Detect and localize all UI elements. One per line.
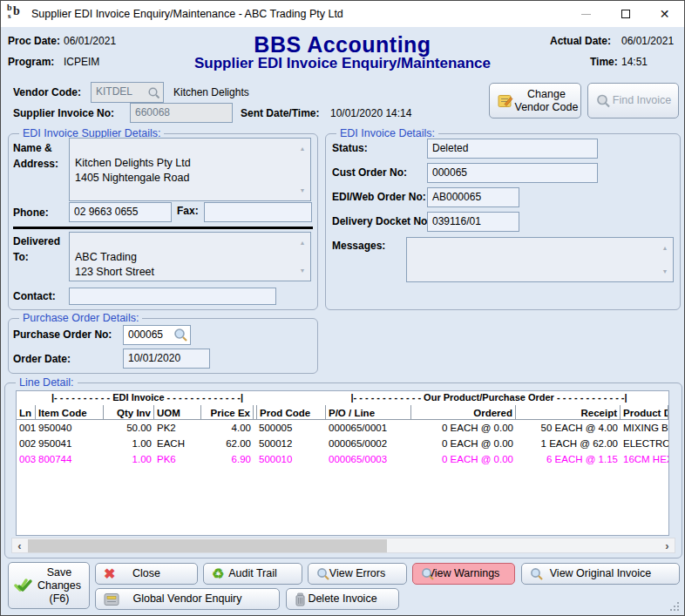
messages-textarea[interactable]: ▲▼ xyxy=(406,237,674,282)
scroll-right-icon[interactable]: › xyxy=(660,538,675,552)
col-price-ex: Price Ex xyxy=(201,405,254,419)
name-address-textarea[interactable]: Kitchen Delights Pty Ltd 1405 Nightengal… xyxy=(69,138,311,201)
edi-web-order-field[interactable]: AB000065 xyxy=(427,187,519,207)
search-icon xyxy=(596,93,611,108)
app-subtitle: Supplier EDI Invoice Enquiry/Maintenance xyxy=(1,55,684,72)
search-icon xyxy=(316,567,330,581)
our-product-group-header: |- - - - - - - - - - - - Our Product/Pur… xyxy=(311,392,667,403)
scroll-up-icon[interactable]: ▲ xyxy=(300,141,306,156)
col-product-desc: Product De xyxy=(621,405,668,419)
scroll-down-icon[interactable]: ▼ xyxy=(300,183,306,198)
delivered-to-label: Delivered To: xyxy=(13,234,60,265)
delivered-to-textarea[interactable]: ABC Trading 123 Short Street Smallville … xyxy=(69,232,311,281)
vendor-name-text: Kitchen Delights xyxy=(173,86,249,98)
vendor-code-label: Vendor Code: xyxy=(13,86,81,98)
vendor-code-field[interactable]: KITDEL xyxy=(91,82,164,103)
vendor-lookup-icon[interactable] xyxy=(147,86,160,99)
search-icon xyxy=(530,567,544,581)
view-errors-button[interactable]: View Errors xyxy=(308,563,407,585)
audit-trail-button[interactable]: ♻ Audit Trail xyxy=(203,563,302,585)
messages-label: Messages: xyxy=(332,240,385,252)
name-address-label: Name & Address: xyxy=(13,140,58,172)
note-pencil-icon xyxy=(498,93,514,108)
close-icon: ✕ xyxy=(660,8,670,20)
save-changes-button[interactable]: Save Changes (F6) xyxy=(8,562,90,609)
invoice-details-title: EDI Invoice Details: xyxy=(336,127,438,139)
bbs-app-icon: bbs xyxy=(7,5,24,23)
contact-field[interactable] xyxy=(69,288,276,305)
line-detail-table: |- - - - - - - - - - EDI Invoice - - - -… xyxy=(16,390,669,536)
cust-order-field[interactable]: 000065 xyxy=(427,163,598,183)
col-receipt: Receipt xyxy=(516,405,621,419)
line-detail-title: Line Detail: xyxy=(16,376,78,389)
minimize-button[interactable] xyxy=(566,1,606,27)
titlebar: bbs Supplier EDI Invoice Enquiry/Mainten… xyxy=(1,1,684,27)
edi-invoice-group-header: |- - - - - - - - - - EDI Invoice - - - -… xyxy=(34,392,261,403)
po-number-label: Purchase Order No: xyxy=(13,328,112,341)
delivery-docket-field[interactable]: 039116/01 xyxy=(427,212,519,232)
edi-web-order-label: EDI/Web Order No: xyxy=(332,191,426,203)
table-row-highlighted[interactable]: 0038007441.00PK66.90500010000065/00030 E… xyxy=(17,451,668,467)
scroll-down-icon[interactable]: ▼ xyxy=(662,264,668,279)
table-group-header: |- - - - - - - - - - EDI Invoice - - - -… xyxy=(17,391,668,405)
fax-field[interactable] xyxy=(204,202,312,222)
scroll-up-icon[interactable]: ▲ xyxy=(300,235,306,250)
time-label: Time: xyxy=(590,56,618,68)
minimize-icon xyxy=(581,14,591,15)
delivery-docket-label: Delivery Docket No: xyxy=(332,215,431,227)
col-item-code: Item Code xyxy=(36,405,104,419)
scroll-left-icon[interactable]: ‹ xyxy=(12,538,27,552)
view-warnings-button[interactable]: View Warnings xyxy=(412,563,515,585)
app-window: bbs Supplier EDI Invoice Enquiry/Mainten… xyxy=(0,0,685,616)
scroll-up-icon[interactable]: ▲ xyxy=(662,240,668,255)
close-window-button[interactable]: ✕ xyxy=(645,1,684,27)
cust-order-label: Cust Order No: xyxy=(332,166,407,179)
fax-label: Fax: xyxy=(177,205,199,217)
global-vendor-enquiry-button[interactable]: Global Vendor Enquiry xyxy=(95,588,280,610)
sent-datetime-value: 10/01/2020 14:14 xyxy=(330,107,411,119)
window-title: Supplier EDI Invoice Enquiry/Maintenance… xyxy=(31,8,343,20)
close-button[interactable]: ✖ Close xyxy=(95,563,198,585)
purchase-order-title: Purchase Order Details: xyxy=(19,312,142,324)
green-check-icon xyxy=(14,578,33,593)
col-qty-inv: Qty Inv xyxy=(104,405,154,419)
order-date-field[interactable]: 10/01/2020 xyxy=(123,349,210,369)
col-prod-code: Prod Code xyxy=(256,405,326,419)
delete-invoice-button[interactable]: Delete Invoice xyxy=(286,588,399,610)
table-row[interactable]: 00195004050.00PK24.00500005000065/00010 … xyxy=(17,420,668,436)
contact-label: Contact: xyxy=(13,290,56,302)
view-original-invoice-button[interactable]: View Original Invoice xyxy=(521,563,680,585)
table-row[interactable]: 0029500411.00EACH62.00500012000065/00020… xyxy=(17,436,668,451)
search-icon xyxy=(421,567,435,581)
order-date-label: Order Date: xyxy=(13,353,71,365)
change-vendor-button[interactable]: Change Vendor Code xyxy=(489,83,581,118)
table-horizontal-scrollbar[interactable]: ‹ › xyxy=(11,538,675,553)
maximize-icon xyxy=(621,10,630,18)
actual-date-value: 06/01/2021 xyxy=(621,35,674,47)
status-field[interactable]: Deleted xyxy=(427,139,598,159)
po-lookup-icon[interactable] xyxy=(173,328,188,342)
actual-date-label: Actual Date: xyxy=(550,35,611,47)
col-ln: Ln xyxy=(17,405,36,419)
phone-field[interactable]: 02 9663 0655 xyxy=(69,202,172,222)
recycle-icon: ♻ xyxy=(212,567,224,581)
scroll-down-icon[interactable]: ▼ xyxy=(300,263,306,278)
red-x-icon: ✖ xyxy=(104,567,115,581)
find-invoice-button[interactable]: Find Invoice xyxy=(587,83,679,118)
col-uom: UOM xyxy=(154,405,201,419)
maximize-button[interactable] xyxy=(606,1,645,27)
status-label: Status: xyxy=(332,142,368,154)
table-header-row: Ln Item Code Qty Inv UOM Price Ex Prod C… xyxy=(17,405,668,420)
time-value: 14:51 xyxy=(621,56,648,68)
resize-grip[interactable] xyxy=(670,601,680,611)
supplier-invoice-label: Supplier Invoice No: xyxy=(13,107,114,119)
po-number-field[interactable]: 000065 xyxy=(123,325,191,345)
sent-datetime-label: Sent Date/Time: xyxy=(241,107,319,119)
supplier-invoice-field[interactable]: 660068 xyxy=(130,103,233,123)
phone-label: Phone: xyxy=(13,206,49,219)
col-ordered: Ordered xyxy=(411,405,516,419)
trash-icon xyxy=(295,592,306,606)
scrollbar-thumb[interactable] xyxy=(28,539,387,552)
section-divider xyxy=(13,227,313,229)
card-file-icon xyxy=(104,592,119,606)
